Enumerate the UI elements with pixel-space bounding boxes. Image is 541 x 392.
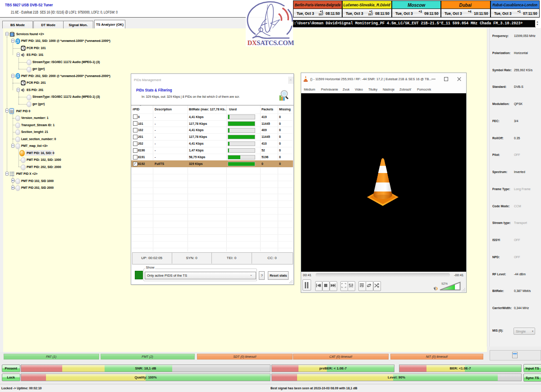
svg-text:DXSATCS.COM: DXSATCS.COM [248, 39, 294, 46]
